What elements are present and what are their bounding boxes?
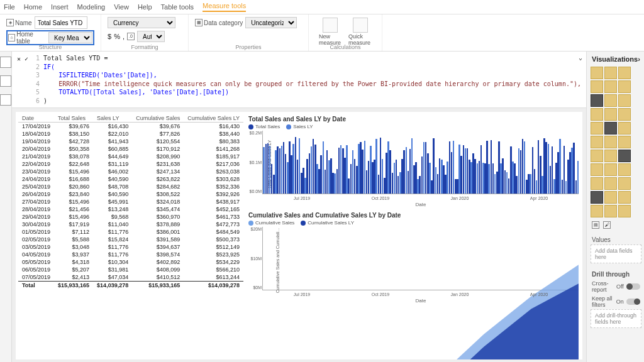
chart-cumulative[interactable]: Cumulative Sales and Cumulative Sales LY… [247,211,580,292]
cancel-icon[interactable]: ✕ [17,55,21,62]
viz-type-icon[interactable] [591,108,603,121]
viz-type-icon[interactable] [604,108,617,121]
category-icon: ▦ [195,19,203,26]
tab-file[interactable]: File [4,3,15,11]
viz-type-icon[interactable] [591,136,603,148]
viz-type-icon[interactable] [618,191,631,204]
table-row[interactable]: 18/04/2019$38,150$22,010$77,826$38,440 [18,130,243,138]
viz-type-icon[interactable] [618,205,631,217]
comma-icon[interactable]: , [123,33,125,40]
viz-type-icon[interactable] [618,122,631,134]
viz-type-icon[interactable] [618,67,631,79]
cross-report-toggle[interactable] [626,283,640,290]
col-header[interactable]: Total Sales [54,114,93,123]
table-row[interactable]: 01/05/2019$7,112$11,776$386,001$484,549 [18,228,243,236]
chart-total-sales[interactable]: Total Sales and Sales LY by Date Total S… [247,114,580,195]
viz-type-icon[interactable] [591,205,603,217]
format-select[interactable]: Currency [108,17,175,28]
viz-type-icon[interactable] [604,150,617,162]
values-well[interactable]: Add data fields here [591,244,641,263]
col-header[interactable]: Cumulative Sales [132,114,184,123]
decimals-select[interactable]: Auto [137,31,165,42]
viz-type-icon[interactable] [618,150,631,162]
model-view-icon[interactable] [0,94,11,106]
report-view-icon[interactable] [0,57,11,68]
table-row[interactable]: 07/05/2019$2,413$47,034$410,512$613,244 [18,273,243,282]
table-row[interactable]: 02/05/2019$5,588$15,824$391,589$500,373 [18,236,243,243]
viz-type-icon[interactable] [591,67,603,79]
viz-type-icon[interactable] [591,122,603,134]
currency-icon[interactable]: $ [108,33,111,40]
table-row[interactable]: 30/04/2019$17,919$11,040$378,889$472,773 [18,221,243,228]
fields-tab-icon[interactable]: ▤ [592,221,599,229]
tab-table-tools[interactable]: Table tools [161,3,194,11]
viz-type-icon[interactable] [618,80,631,93]
view-rail [0,52,12,362]
viz-type-icon[interactable] [604,67,617,79]
table-row[interactable]: 05/05/2019$4,318$10,304$402,892$534,229 [18,258,243,266]
viz-type-icon[interactable] [604,163,617,176]
viz-type-icon[interactable] [591,177,603,190]
viz-type-icon[interactable] [604,205,617,217]
group-properties: ▦Data category Uncategorized Properties [189,14,309,51]
table-row[interactable]: 04/05/2019$3,937$11,776$398,574$523,925 [18,251,243,258]
viz-type-icon[interactable] [604,177,617,190]
col-header[interactable]: Sales LY [93,114,132,123]
format-tab-icon[interactable]: 🖌 [603,221,611,229]
visualizations-panel: Visualizations› ▤🖌 Values Add data field… [586,52,644,362]
table-row[interactable]: 17/04/2019$39,676$16,430$39,676$16,430 [18,123,243,131]
viz-type-icon[interactable] [618,136,631,148]
table-row[interactable]: 28/04/2019$21,456$13,248$345,474$452,165 [18,206,243,213]
table-row[interactable]: 20/04/2019$50,358$60,885$170,912$141,268 [18,145,243,153]
viz-type-icon[interactable] [591,163,603,176]
viz-type-icon[interactable] [591,80,603,93]
tab-help[interactable]: Help [138,3,152,11]
viz-type-icon[interactable] [618,94,631,107]
table-row[interactable]: 24/04/2019$16,688$40,590$263,822$303,628 [18,175,243,183]
drill-well[interactable]: Add drill-through fields here [591,309,641,328]
commit-icon[interactable]: ✓ [25,55,28,62]
viz-gallery[interactable] [587,67,644,217]
chevron-right-icon[interactable]: › [638,55,640,63]
table-row[interactable]: 06/05/2019$5,207$31,981$408,099$566,210 [18,266,243,273]
dot-icon [286,124,291,129]
keep-filters-toggle[interactable] [626,299,640,305]
table-row[interactable]: 27/04/2019$15,496$45,991$324,018$438,917 [18,198,243,206]
col-header[interactable]: Cumulative Sales LY [184,114,243,123]
tag-icon: ◈ [6,19,14,26]
viz-type-icon[interactable] [604,136,617,148]
viz-type-icon[interactable] [618,108,631,121]
table-row[interactable]: 26/04/2019$23,840$40,590$308,522$392,926 [18,190,243,198]
data-category-select[interactable]: Uncategorized [245,17,297,28]
viz-type-icon[interactable] [591,150,603,162]
table-row[interactable]: 22/04/2019$22,648$31,119$231,638$217,036 [18,160,243,168]
home-table-select[interactable]: Key Measures [48,32,92,43]
col-header[interactable]: Date [18,114,54,123]
tab-modeling[interactable]: Modeling [77,3,106,11]
formula-bar[interactable]: ✕ ✓ 1Total Sales YTD = 2IF( 3 ISFILTERED… [12,52,586,108]
table-row[interactable]: 03/05/2019$3,048$11,776$394,637$512,149 [18,243,243,251]
viz-type-icon[interactable] [591,94,603,107]
measure-name-input[interactable] [35,16,87,29]
table-row[interactable]: 19/04/2019$42,728$41,943$120,554$80,383 [18,138,243,145]
viz-type-icon[interactable] [604,94,617,107]
table-row[interactable]: 23/04/2019$15,496$46,002$247,134$263,038 [18,168,243,175]
viz-type-icon[interactable] [604,80,617,93]
data-table[interactable]: DateTotal SalesSales LYCumulative SalesC… [18,114,243,357]
percent-icon[interactable]: % [114,33,120,40]
dax-code[interactable]: 1Total Sales YTD = 2IF( 3 ISFILTERED('Da… [32,54,581,105]
viz-type-icon[interactable] [591,191,603,204]
viz-type-icon[interactable] [618,163,631,176]
data-view-icon[interactable] [0,75,11,87]
chevron-down-icon[interactable]: ⌄ [579,54,582,61]
tab-home[interactable]: Home [24,3,42,11]
tab-insert[interactable]: Insert [51,3,69,11]
table-row[interactable]: 29/04/2019$15,496$9,568$360,970$461,733 [18,213,243,221]
tab-view[interactable]: View [114,3,129,11]
table-row[interactable]: 25/04/2019$20,860$48,708$284,682$352,336 [18,183,243,190]
viz-type-icon[interactable] [618,177,631,190]
tab-measure-tools[interactable]: Measure tools [203,2,246,12]
viz-type-icon[interactable] [604,122,617,134]
table-row[interactable]: 21/04/2019$38,078$44,649$208,990$185,917 [18,153,243,160]
viz-type-icon[interactable] [604,191,617,204]
